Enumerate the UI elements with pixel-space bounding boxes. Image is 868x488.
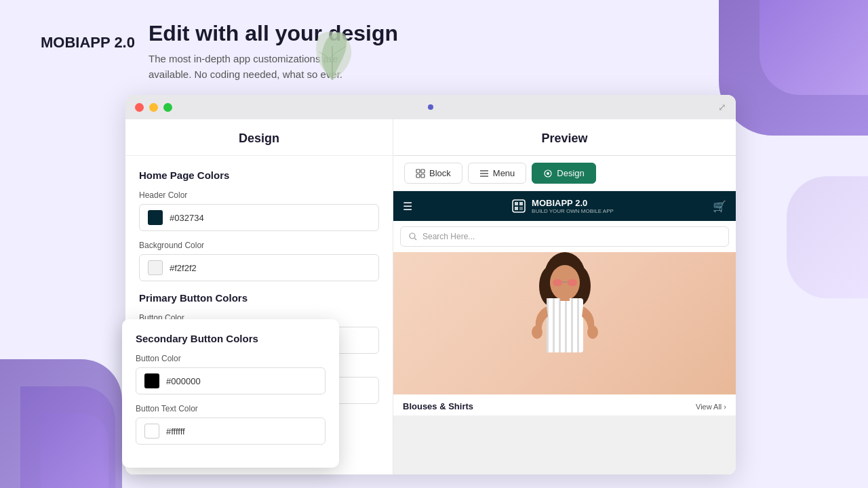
- svg-rect-11: [519, 202, 523, 205]
- traffic-light-yellow[interactable]: [149, 103, 158, 112]
- block-icon: [416, 169, 425, 178]
- popup-title: Secondary Button Colors: [136, 333, 326, 344]
- svg-rect-1: [421, 169, 425, 173]
- bg-decoration-top-right-inner: [760, 0, 868, 95]
- svg-rect-21: [568, 279, 577, 286]
- home-page-colors-title: Home Page Colors: [139, 169, 379, 181]
- popup-btn-color-swatch: [144, 373, 159, 388]
- svg-point-30: [532, 325, 542, 339]
- preview-toolbar: Block Menu Design: [393, 156, 736, 191]
- preview-panel: Preview Block: [393, 119, 736, 474]
- popup-btn-text-color-value: #ffffff: [166, 426, 185, 436]
- traffic-light-green[interactable]: [163, 103, 172, 112]
- menu-button[interactable]: Menu: [468, 163, 527, 184]
- mobile-logo-icon: [511, 199, 526, 214]
- header-color-label: Header Color: [139, 190, 379, 200]
- svg-rect-25: [553, 298, 555, 352]
- leaf-icon: [305, 26, 359, 89]
- search-placeholder: Search Here...: [422, 232, 475, 241]
- mobile-app-sub: BUILD YOUR OWN MOBILE APP: [532, 208, 614, 214]
- svg-rect-27: [565, 298, 567, 352]
- secondary-colors-popup: Secondary Button Colors Button Color #00…: [122, 319, 339, 468]
- header-color-swatch: [148, 210, 163, 225]
- category-title: Blouses & Shirts: [403, 401, 473, 411]
- design-button[interactable]: Design: [532, 163, 595, 184]
- chevron-right-icon: ›: [724, 403, 726, 411]
- primary-button-colors-title: Primary Button Colors: [139, 292, 379, 304]
- hero-title: Edit with all your design: [149, 20, 398, 46]
- svg-rect-28: [571, 298, 573, 352]
- bg-color-value: #f2f2f2: [170, 263, 197, 273]
- bg-decoration-right-mid: [787, 176, 868, 298]
- hero-header: MOBIAPP 2.0 Edit with all your design Th…: [41, 14, 398, 82]
- hero-subtitle: The most in-depth app customizations are…: [149, 52, 398, 82]
- search-icon: [409, 232, 417, 241]
- svg-point-31: [587, 325, 598, 339]
- popup-btn-text-color-label: Button Text Color: [136, 404, 326, 413]
- design-icon: [543, 169, 553, 178]
- popup-btn-text-color-input[interactable]: #ffffff: [136, 418, 326, 445]
- bg-color-swatch: [148, 260, 163, 275]
- browser-indicator: [428, 104, 433, 110]
- svg-point-14: [410, 233, 415, 239]
- svg-rect-3: [421, 174, 425, 178]
- popup-btn-color-label: Button Color: [136, 354, 326, 363]
- svg-rect-24: [547, 298, 549, 352]
- mobile-app-name: MOBIAPP 2.0: [532, 198, 614, 208]
- popup-btn-text-color-swatch: [144, 424, 159, 439]
- preview-panel-title: Preview: [393, 119, 736, 156]
- header-color-value: #032734: [170, 213, 204, 223]
- mobile-logo: MOBIAPP 2.0 BUILD YOUR OWN MOBILE APP: [511, 198, 614, 214]
- category-row: Blouses & Shirts View All ›: [393, 394, 736, 415]
- bg-decoration-bottom-left: [0, 339, 136, 488]
- block-button-label: Block: [429, 168, 451, 178]
- menu-icon: [479, 169, 489, 178]
- app-logo: MOBIAPP 2.0: [41, 14, 135, 52]
- search-bar[interactable]: Search Here...: [400, 226, 729, 247]
- expand-icon[interactable]: ⤢: [718, 102, 726, 113]
- popup-btn-color-input[interactable]: #000000: [136, 367, 326, 394]
- mobile-logo-text-block: MOBIAPP 2.0 BUILD YOUR OWN MOBILE APP: [532, 198, 614, 214]
- svg-rect-9: [513, 200, 525, 212]
- svg-rect-12: [515, 207, 518, 210]
- product-figure: [521, 252, 609, 394]
- bg-color-label: Background Color: [139, 241, 379, 250]
- hero-text: Edit with all your design The most in-de…: [149, 14, 398, 82]
- svg-rect-0: [416, 169, 420, 173]
- design-button-label: Design: [557, 168, 584, 178]
- hamburger-icon[interactable]: ☰: [403, 200, 412, 213]
- popup-btn-color-value: #000000: [166, 376, 201, 386]
- block-button[interactable]: Block: [404, 163, 462, 184]
- header-color-input[interactable]: #032734: [139, 204, 379, 231]
- bg-color-input[interactable]: #f2f2f2: [139, 254, 379, 281]
- svg-rect-26: [559, 298, 561, 352]
- mobile-preview: ☰ MOBIAPP 2.0 BUILD YOUR OWN MOBILE APP: [393, 191, 736, 474]
- svg-rect-20: [553, 279, 562, 286]
- mobile-app-header: ☰ MOBIAPP 2.0 BUILD YOUR OWN MOBILE APP: [393, 191, 736, 221]
- view-all-link[interactable]: View All ›: [696, 403, 726, 411]
- svg-rect-32: [560, 294, 570, 301]
- svg-rect-29: [577, 298, 579, 352]
- product-image: [393, 252, 736, 394]
- svg-rect-13: [519, 207, 523, 210]
- svg-rect-2: [416, 174, 420, 178]
- svg-line-15: [415, 239, 417, 241]
- cart-icon[interactable]: 🛒: [713, 200, 726, 213]
- traffic-light-red[interactable]: [135, 103, 144, 112]
- svg-rect-10: [515, 202, 518, 205]
- menu-button-label: Menu: [493, 168, 515, 178]
- design-panel-title: Design: [125, 119, 393, 156]
- browser-titlebar: ⤢: [125, 95, 736, 119]
- svg-point-8: [547, 172, 549, 175]
